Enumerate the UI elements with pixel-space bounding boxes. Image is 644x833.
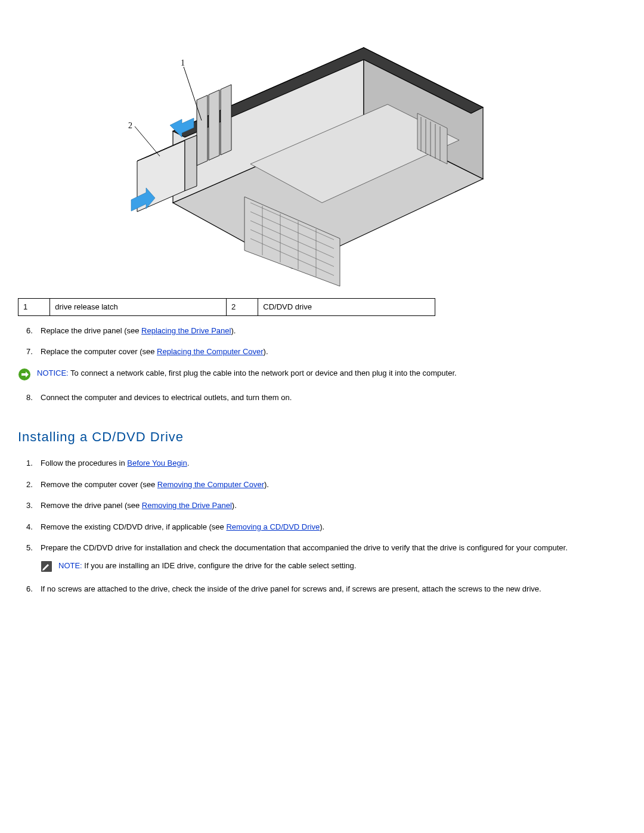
step-text: Prepare the CD/DVD drive for installatio… [41,543,568,552]
step-text-part: ). [264,347,268,356]
svg-rect-6 [221,85,231,155]
link-before-you-begin[interactable]: Before You Begin [127,459,187,467]
step-text-part: Replace the computer cover (see [41,347,157,356]
step-text-part: ). [231,326,236,335]
svg-line-30 [135,126,160,156]
link-removing-cddvd-drive[interactable]: Removing a CD/DVD Drive [226,522,320,531]
computer-chassis-diagram: 1 2 [113,12,495,292]
install-step-6: 6. If no screws are attached to the driv… [18,583,590,595]
install-step-5: 5. Prepare the CD/DVD drive for installa… [18,542,590,554]
step-number: 7. [26,346,33,358]
notice-icon [18,368,31,381]
callout-label-2: CD/DVD drive [258,299,435,316]
step-text-part: Remove the computer cover (see [41,480,157,489]
note-block: NOTE: If you are installing an IDE drive… [41,560,590,572]
step-text-part: Replace the drive panel (see [41,326,141,335]
steps-install-cont: 6. If no screws are attached to the driv… [18,583,590,595]
link-replacing-computer-cover[interactable]: Replacing the Computer Cover [157,347,263,356]
step-text: Connect the computer and devices to elec… [41,393,292,402]
step-number: 3. [26,500,33,512]
step-text-part: ). [232,501,237,510]
install-step-4: 4. Remove the existing CD/DVD drive, if … [18,521,590,533]
steps-install: 1. Follow the procedures in Before You B… [18,457,590,554]
callout-num-2: 2 [227,299,258,316]
step-text-part: . [187,459,190,467]
step-8: 8. Connect the computer and devices to e… [18,392,590,404]
step-number: 4. [26,521,33,533]
table-row: 1 drive release latch 2 CD/DVD drive [18,299,435,316]
callout-num-1: 1 [18,299,50,316]
notice-label: NOTICE: [37,368,69,377]
notice-text: NOTICE: To connect a network cable, firs… [37,367,457,379]
callout-table: 1 drive release latch 2 CD/DVD drive [18,298,435,316]
step-number: 6. [26,583,33,595]
note-label: NOTE: [58,561,82,570]
install-step-2: 2. Remove the computer cover (see Removi… [18,479,590,491]
step-number: 6. [26,325,33,337]
step-number: 1. [26,457,33,469]
step-text: If no screws are attached to the drive, … [41,584,541,593]
step-number: 8. [26,392,33,404]
link-removing-drive-panel[interactable]: Removing the Drive Panel [142,501,232,510]
step-6: 6. Replace the drive panel (see Replacin… [18,325,590,337]
callout-label-1: drive release latch [50,299,227,316]
install-step-1: 1. Follow the procedures in Before You B… [18,457,590,469]
svg-rect-4 [197,95,208,166]
note-body: If you are installing an IDE drive, conf… [82,561,357,570]
steps-continued: 6. Replace the drive panel (see Replacin… [18,325,590,358]
step-text-part: Remove the existing CD/DVD drive, if app… [41,522,226,531]
step-7: 7. Replace the computer cover (see Repla… [18,346,590,358]
steps-continued-2: 8. Connect the computer and devices to e… [18,392,590,404]
step-text-part: Remove the drive panel (see [41,501,142,510]
svg-rect-5 [209,90,219,160]
svg-marker-26 [185,135,197,191]
diagram-callout-1: 1 [181,58,185,67]
note-text: NOTE: If you are installing an IDE drive… [58,560,356,572]
notice-body: To connect a network cable, first plug t… [69,368,457,377]
diagram-callout-2: 2 [128,121,132,130]
link-replacing-drive-panel[interactable]: Replacing the Drive Panel [141,326,231,335]
step-number: 2. [26,479,33,491]
step-text-part: ). [320,522,324,531]
install-step-3: 3. Remove the drive panel (see Removing … [18,500,590,512]
section-heading-installing: Installing a CD/DVD Drive [18,427,590,447]
step-text-part: ). [264,480,269,489]
note-icon [41,561,52,572]
link-removing-computer-cover[interactable]: Removing the Computer Cover [157,480,264,489]
step-number: 5. [26,542,33,554]
step-text-part: Follow the procedures in [41,459,127,467]
notice-block: NOTICE: To connect a network cable, firs… [18,367,590,381]
svg-line-29 [184,67,202,120]
